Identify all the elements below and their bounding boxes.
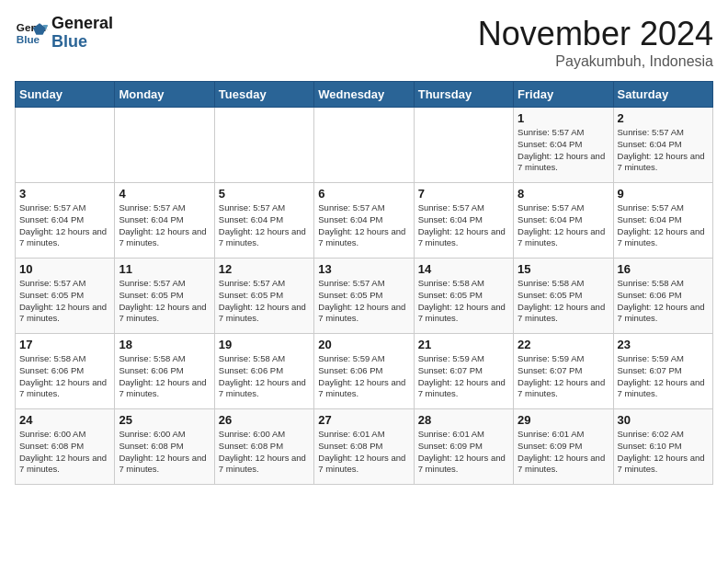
day-number: 27 <box>318 413 409 427</box>
day-number: 29 <box>518 413 609 427</box>
header-day-wednesday: Wednesday <box>314 82 414 108</box>
calendar-cell <box>115 108 214 183</box>
header-day-thursday: Thursday <box>414 82 513 108</box>
day-info: Sunrise: 5:57 AM Sunset: 6:04 PM Dayligh… <box>418 202 509 249</box>
day-info: Sunrise: 5:58 AM Sunset: 6:06 PM Dayligh… <box>618 278 709 325</box>
calendar-cell <box>214 108 313 183</box>
calendar-cell <box>414 108 513 183</box>
day-number: 23 <box>618 338 709 351</box>
day-info: Sunrise: 5:57 AM Sunset: 6:05 PM Dayligh… <box>219 278 310 325</box>
day-info: Sunrise: 5:59 AM Sunset: 6:07 PM Dayligh… <box>618 353 709 400</box>
day-number: 6 <box>318 187 409 201</box>
week-row-1: 1Sunrise: 5:57 AM Sunset: 6:04 PM Daylig… <box>16 108 713 183</box>
day-number: 18 <box>119 338 210 351</box>
day-info: Sunrise: 5:59 AM Sunset: 6:07 PM Dayligh… <box>518 353 609 400</box>
calendar-cell: 28Sunrise: 6:01 AM Sunset: 6:09 PM Dayli… <box>414 409 513 485</box>
calendar-title: November 2024 <box>478 15 713 53</box>
calendar-cell: 2Sunrise: 5:57 AM Sunset: 6:04 PM Daylig… <box>613 108 712 183</box>
day-info: Sunrise: 5:57 AM Sunset: 6:04 PM Dayligh… <box>219 202 310 249</box>
day-number: 26 <box>219 413 310 427</box>
calendar-cell: 8Sunrise: 5:57 AM Sunset: 6:04 PM Daylig… <box>514 183 613 259</box>
day-info: Sunrise: 6:00 AM Sunset: 6:08 PM Dayligh… <box>119 429 210 476</box>
calendar-cell: 11Sunrise: 5:57 AM Sunset: 6:05 PM Dayli… <box>115 259 214 334</box>
day-info: Sunrise: 5:58 AM Sunset: 6:06 PM Dayligh… <box>219 353 310 400</box>
day-info: Sunrise: 5:59 AM Sunset: 6:06 PM Dayligh… <box>318 353 409 400</box>
day-number: 12 <box>219 262 310 276</box>
day-number: 2 <box>618 111 709 125</box>
day-number: 25 <box>119 413 210 427</box>
day-number: 20 <box>318 338 409 351</box>
day-info: Sunrise: 6:01 AM Sunset: 6:08 PM Dayligh… <box>318 429 409 476</box>
calendar-cell: 7Sunrise: 5:57 AM Sunset: 6:04 PM Daylig… <box>414 183 513 259</box>
calendar-cell: 6Sunrise: 5:57 AM Sunset: 6:04 PM Daylig… <box>314 183 414 259</box>
header-day-tuesday: Tuesday <box>214 82 313 108</box>
calendar-cell: 21Sunrise: 5:59 AM Sunset: 6:07 PM Dayli… <box>414 334 513 409</box>
day-number: 9 <box>618 187 709 201</box>
day-number: 1 <box>518 111 609 125</box>
calendar-header: SundayMondayTuesdayWednesdayThursdayFrid… <box>16 82 713 108</box>
calendar-cell: 30Sunrise: 6:02 AM Sunset: 6:10 PM Dayli… <box>613 409 712 485</box>
calendar-cell: 3Sunrise: 5:57 AM Sunset: 6:04 PM Daylig… <box>16 183 115 259</box>
calendar-body: 1Sunrise: 5:57 AM Sunset: 6:04 PM Daylig… <box>16 108 713 485</box>
day-info: Sunrise: 5:57 AM Sunset: 6:04 PM Dayligh… <box>618 202 709 249</box>
calendar-cell: 15Sunrise: 5:58 AM Sunset: 6:05 PM Dayli… <box>514 259 613 334</box>
day-info: Sunrise: 6:00 AM Sunset: 6:08 PM Dayligh… <box>19 429 110 476</box>
title-block: November 2024 Payakumbuh, Indonesia <box>478 15 713 70</box>
calendar-cell: 26Sunrise: 6:00 AM Sunset: 6:08 PM Dayli… <box>214 409 313 485</box>
day-number: 14 <box>418 262 509 276</box>
header-day-monday: Monday <box>115 82 214 108</box>
logo-icon: General Blue <box>15 17 48 50</box>
day-info: Sunrise: 5:57 AM Sunset: 6:04 PM Dayligh… <box>318 202 409 249</box>
page-header: General Blue General Blue November 2024 … <box>15 15 713 70</box>
day-info: Sunrise: 5:57 AM Sunset: 6:05 PM Dayligh… <box>318 278 409 325</box>
logo-text-line2: Blue <box>51 33 113 52</box>
day-info: Sunrise: 5:58 AM Sunset: 6:05 PM Dayligh… <box>518 278 609 325</box>
day-info: Sunrise: 5:57 AM Sunset: 6:04 PM Dayligh… <box>618 127 709 174</box>
day-number: 13 <box>318 262 409 276</box>
calendar-cell: 24Sunrise: 6:00 AM Sunset: 6:08 PM Dayli… <box>16 409 115 485</box>
calendar-subtitle: Payakumbuh, Indonesia <box>478 53 713 70</box>
calendar-cell: 17Sunrise: 5:58 AM Sunset: 6:06 PM Dayli… <box>16 334 115 409</box>
day-info: Sunrise: 6:01 AM Sunset: 6:09 PM Dayligh… <box>418 429 509 476</box>
day-number: 3 <box>19 187 110 201</box>
calendar-cell: 1Sunrise: 5:57 AM Sunset: 6:04 PM Daylig… <box>514 108 613 183</box>
header-day-friday: Friday <box>514 82 613 108</box>
day-number: 8 <box>518 187 609 201</box>
day-info: Sunrise: 5:57 AM Sunset: 6:04 PM Dayligh… <box>19 202 110 249</box>
calendar-cell: 22Sunrise: 5:59 AM Sunset: 6:07 PM Dayli… <box>514 334 613 409</box>
logo: General Blue General Blue <box>15 15 113 52</box>
day-number: 4 <box>119 187 210 201</box>
calendar-cell: 20Sunrise: 5:59 AM Sunset: 6:06 PM Dayli… <box>314 334 414 409</box>
header-day-sunday: Sunday <box>16 82 115 108</box>
header-row: SundayMondayTuesdayWednesdayThursdayFrid… <box>16 82 713 108</box>
calendar-table: SundayMondayTuesdayWednesdayThursdayFrid… <box>15 81 713 485</box>
day-info: Sunrise: 5:59 AM Sunset: 6:07 PM Dayligh… <box>418 353 509 400</box>
day-info: Sunrise: 5:58 AM Sunset: 6:05 PM Dayligh… <box>418 278 509 325</box>
week-row-5: 24Sunrise: 6:00 AM Sunset: 6:08 PM Dayli… <box>16 409 713 485</box>
day-number: 16 <box>618 262 709 276</box>
day-info: Sunrise: 5:58 AM Sunset: 6:06 PM Dayligh… <box>119 353 210 400</box>
calendar-cell: 27Sunrise: 6:01 AM Sunset: 6:08 PM Dayli… <box>314 409 414 485</box>
calendar-cell: 19Sunrise: 5:58 AM Sunset: 6:06 PM Dayli… <box>214 334 313 409</box>
day-number: 28 <box>418 413 509 427</box>
day-info: Sunrise: 5:57 AM Sunset: 6:04 PM Dayligh… <box>518 127 609 174</box>
day-info: Sunrise: 5:57 AM Sunset: 6:05 PM Dayligh… <box>19 278 110 325</box>
calendar-cell: 14Sunrise: 5:58 AM Sunset: 6:05 PM Dayli… <box>414 259 513 334</box>
calendar-cell: 12Sunrise: 5:57 AM Sunset: 6:05 PM Dayli… <box>214 259 313 334</box>
day-info: Sunrise: 6:01 AM Sunset: 6:09 PM Dayligh… <box>518 429 609 476</box>
logo-text-line1: General <box>51 15 113 33</box>
calendar-cell: 5Sunrise: 5:57 AM Sunset: 6:04 PM Daylig… <box>214 183 313 259</box>
day-info: Sunrise: 5:57 AM Sunset: 6:04 PM Dayligh… <box>119 202 210 249</box>
calendar-cell: 9Sunrise: 5:57 AM Sunset: 6:04 PM Daylig… <box>613 183 712 259</box>
calendar-cell: 16Sunrise: 5:58 AM Sunset: 6:06 PM Dayli… <box>613 259 712 334</box>
day-number: 15 <box>518 262 609 276</box>
day-number: 21 <box>418 338 509 351</box>
calendar-cell: 4Sunrise: 5:57 AM Sunset: 6:04 PM Daylig… <box>115 183 214 259</box>
week-row-2: 3Sunrise: 5:57 AM Sunset: 6:04 PM Daylig… <box>16 183 713 259</box>
day-number: 5 <box>219 187 310 201</box>
calendar-cell: 29Sunrise: 6:01 AM Sunset: 6:09 PM Dayli… <box>514 409 613 485</box>
day-number: 10 <box>19 262 110 276</box>
calendar-cell <box>314 108 414 183</box>
calendar-cell: 13Sunrise: 5:57 AM Sunset: 6:05 PM Dayli… <box>314 259 414 334</box>
week-row-4: 17Sunrise: 5:58 AM Sunset: 6:06 PM Dayli… <box>16 334 713 409</box>
